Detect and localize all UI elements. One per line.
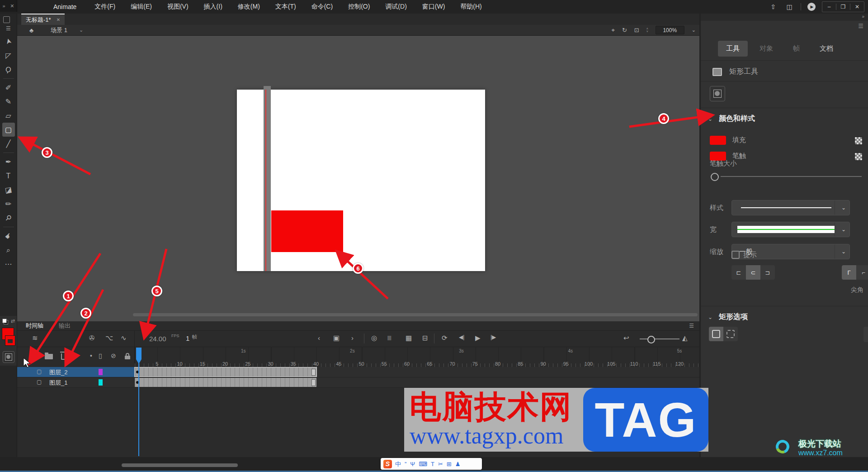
chinese-mode-icon[interactable]: 中 xyxy=(395,461,401,467)
menubar-item[interactable]: 窗口(W) xyxy=(422,3,445,11)
rect-options-section-header[interactable]: ⌄ 矩形选项 xyxy=(701,312,868,322)
zoom-tool-button[interactable]: ⌕ xyxy=(2,243,15,257)
join-miter-button[interactable]: Γ xyxy=(842,265,856,280)
fps-value[interactable]: 24.00 xyxy=(149,335,166,343)
stroke-size-slider-knob[interactable] xyxy=(711,173,719,181)
timeline-ruler[interactable] xyxy=(135,347,699,367)
classic-brush-tool-button[interactable]: ✎ xyxy=(2,95,15,109)
zoom-chevron-icon[interactable]: ⌄ xyxy=(692,27,696,33)
zoom-level-field[interactable]: 100% xyxy=(656,26,684,34)
chevron-down-icon[interactable]: ⌄ xyxy=(841,226,846,233)
zoom-stepper[interactable]: ˄ ˅ xyxy=(646,28,648,33)
tab-close-icon[interactable]: ✕ xyxy=(57,17,60,22)
frame-marker-icon[interactable]: ⊟ xyxy=(422,334,428,342)
pen-tool-button[interactable]: ✒ xyxy=(2,155,15,169)
close-panel-icon[interactable]: ✕ xyxy=(10,3,14,9)
show-all-layers-icon[interactable]: • xyxy=(90,352,92,359)
chevron-down-icon[interactable]: ⌄ xyxy=(708,116,712,122)
corner-radius-independent-button[interactable] xyxy=(723,327,738,341)
panel-menu-icon[interactable]: ☰ xyxy=(858,23,863,29)
menubar-item[interactable]: 控制(O) xyxy=(348,3,370,11)
dock-chip[interactable]: » ✕ xyxy=(0,0,17,12)
center-stage-icon[interactable]: ⌖ xyxy=(612,27,615,34)
layer-color-chip[interactable] xyxy=(99,369,103,375)
step-down-icon[interactable]: ˅ xyxy=(646,30,648,33)
subtab-tool[interactable]: 工具 xyxy=(718,41,748,57)
loop-icon[interactable]: ⟳ xyxy=(442,334,448,342)
subtab-frame[interactable]: 帧 xyxy=(785,41,808,57)
stroke-size-slider-track[interactable] xyxy=(721,176,862,177)
layers-stack-icon[interactable]: ≋ xyxy=(32,334,38,342)
menubar-item[interactable]: 命令(C) xyxy=(311,3,333,11)
layer-color-chip[interactable] xyxy=(99,379,103,386)
menubar-item[interactable]: 插入(I) xyxy=(204,3,222,11)
selection-tool-button[interactable]: ➤ xyxy=(2,34,15,48)
subtab-object[interactable]: 对象 xyxy=(751,41,781,57)
hide-layers-icon[interactable]: ⊘ xyxy=(111,352,116,359)
tab-timeline[interactable]: 时间轴 xyxy=(26,322,43,330)
cap-butt-button[interactable]: ⊏ xyxy=(731,265,746,280)
menubar-item[interactable]: 文件(F) xyxy=(94,3,115,11)
quick-share-play-icon[interactable]: ▶ xyxy=(807,3,816,11)
fill-alpha-icon[interactable] xyxy=(854,137,863,145)
drawn-red-rectangle-shape[interactable] xyxy=(271,210,343,252)
menubar-item[interactable]: 文本(T) xyxy=(275,3,296,11)
color-style-section-header[interactable]: ⌄ 颜色和样式 xyxy=(701,114,868,124)
corner-radius-single-button[interactable] xyxy=(709,327,723,341)
punctuation-icon[interactable]: ” xyxy=(405,461,406,467)
subselection-tool-button[interactable]: ◸ xyxy=(2,48,15,62)
width-profile-dropdown[interactable]: ⌄ xyxy=(731,222,850,237)
menubar-item[interactable]: 视图(V) xyxy=(167,3,189,11)
skin-icon[interactable]: T xyxy=(431,461,434,467)
clip-content-icon[interactable]: ⊡ xyxy=(634,27,639,33)
scene-name[interactable]: 场景 1 xyxy=(51,26,67,34)
close-button[interactable]: ✕ xyxy=(850,4,864,10)
object-drawing-mode-button[interactable] xyxy=(3,351,14,363)
edit-multiple-frames-icon[interactable]: ▦ xyxy=(406,334,412,342)
default-colors-icon[interactable] xyxy=(2,319,8,324)
restore-button[interactable]: ❐ xyxy=(836,4,850,10)
chevron-down-icon[interactable]: ⌄ xyxy=(841,205,846,211)
tab-output[interactable]: 输出 xyxy=(59,322,71,330)
layer-name[interactable]: 图层_2 xyxy=(49,368,67,377)
more-tools-button[interactable]: ⋯ xyxy=(2,257,15,271)
document-tab[interactable]: 无标题-1* ✕ xyxy=(21,14,65,25)
text-tool-button[interactable]: T xyxy=(2,169,15,183)
layer-row[interactable]: ▢图层_1 xyxy=(17,377,699,388)
delete-layer-icon[interactable] xyxy=(61,353,67,360)
drawn-vertical-bar-shape[interactable] xyxy=(264,86,271,271)
camera-icon[interactable]: ✇ xyxy=(89,334,95,342)
layer-frame-span[interactable] xyxy=(135,378,316,387)
layer-name[interactable]: 图层_1 xyxy=(49,379,67,387)
auto-keyframe-icon[interactable]: ▣ xyxy=(333,334,340,342)
rotate-view-icon[interactable]: ↻ xyxy=(622,27,627,33)
soft-keyboard-icon[interactable]: ⌨ xyxy=(419,461,427,467)
timeline-zoom-knob[interactable] xyxy=(647,336,655,343)
menubar-item[interactable]: 修改(M) xyxy=(238,3,260,11)
panel-collapse-icon[interactable]: » xyxy=(862,14,864,19)
ime-logo-icon[interactable]: S xyxy=(383,460,392,468)
apps-icon[interactable]: ⊞ xyxy=(447,461,452,467)
stroke-style-dropdown[interactable]: ⌄ xyxy=(731,200,850,215)
current-frame-value[interactable]: 1 xyxy=(186,334,189,342)
line-tool-button[interactable]: ╱ xyxy=(2,137,15,151)
timeline-zoom-slider[interactable] xyxy=(640,339,679,339)
ime-toolbar[interactable]: S 中”Ψ⌨T✂⊞♟ xyxy=(381,458,482,470)
graph-editor-icon[interactable]: ∿ xyxy=(121,334,127,342)
timeline-menu-icon[interactable]: ☰ xyxy=(689,323,694,329)
chevron-down-icon[interactable]: ⌄ xyxy=(708,314,712,320)
stroke-color-swatch[interactable] xyxy=(5,336,15,345)
step-forward-icon[interactable]: |▶ xyxy=(491,334,496,340)
share-icon[interactable]: ⇧ xyxy=(768,3,778,10)
layer-frame-span[interactable] xyxy=(135,367,316,377)
swap-colors-icon[interactable]: ⇄ xyxy=(11,318,15,324)
cap-round-button[interactable]: ⊂ xyxy=(746,265,760,280)
outline-layers-icon[interactable]: ▯ xyxy=(99,352,102,359)
hint-checkbox[interactable] xyxy=(731,251,740,259)
fill-color-chip[interactable] xyxy=(710,136,726,145)
hand-tool-button[interactable]: ☛ xyxy=(2,229,15,243)
toolbox-icon[interactable]: ✂ xyxy=(438,461,443,467)
fluid-brush-tool-button[interactable]: ✐ xyxy=(2,81,15,95)
onion-skin-icon[interactable]: ◎ xyxy=(371,334,377,342)
layer-row[interactable]: ▢图层_2 xyxy=(17,367,699,377)
